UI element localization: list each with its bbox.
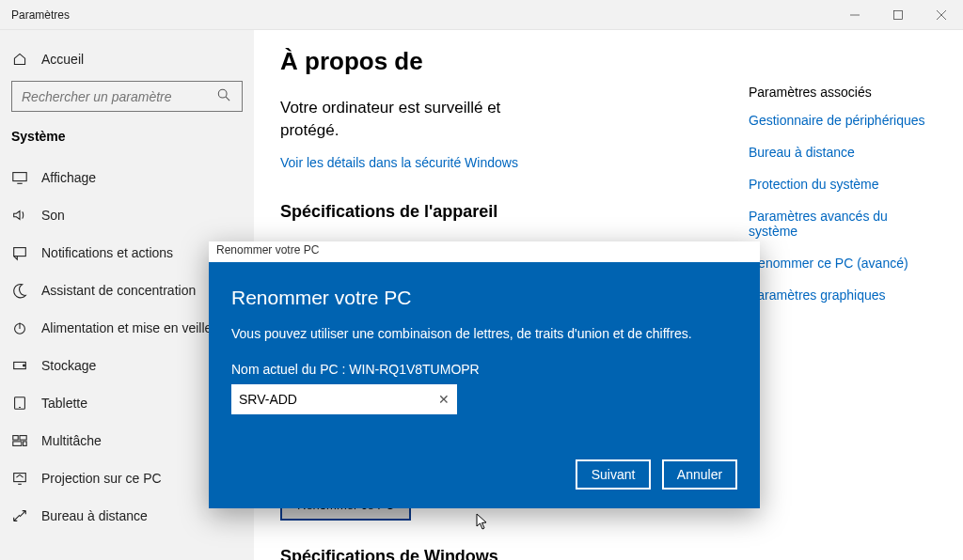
next-button[interactable]: Suivant xyxy=(576,459,651,490)
home-icon xyxy=(11,52,28,67)
maximize-button[interactable] xyxy=(876,0,920,30)
search-input[interactable] xyxy=(22,89,210,104)
related-heading: Paramètres associés xyxy=(749,85,937,100)
svg-rect-8 xyxy=(14,248,26,257)
project-icon xyxy=(11,470,28,487)
related-rename-advanced[interactable]: Renommer ce PC (avancé) xyxy=(749,256,937,271)
related-advanced-system[interactable]: Paramètres avancés du système xyxy=(749,209,937,239)
security-details-link[interactable]: Voir les détails dans la sécurité Window… xyxy=(280,155,518,170)
rename-pc-dialog: Renommer votre PC Renommer votre PC Vous… xyxy=(209,241,760,508)
nav-label: Stockage xyxy=(41,358,96,373)
nav-label: Tablette xyxy=(41,396,87,411)
notifications-icon xyxy=(11,244,28,261)
svg-rect-1 xyxy=(894,11,903,20)
home-label: Accueil xyxy=(41,52,84,67)
display-icon xyxy=(11,169,28,186)
minimize-button[interactable] xyxy=(833,0,876,30)
nav-affichage[interactable]: Affichage xyxy=(0,159,254,196)
svg-rect-17 xyxy=(13,442,22,446)
related-settings: Paramètres associés Gestionnaire de péri… xyxy=(749,85,937,319)
related-system-protect[interactable]: Protection du système xyxy=(749,177,937,192)
nav-label: Projection sur ce PC xyxy=(41,471,162,486)
sound-icon xyxy=(11,207,28,224)
related-device-manager[interactable]: Gestionnaire de périphériques xyxy=(749,113,937,128)
window-title: Paramètres xyxy=(11,8,70,22)
power-icon xyxy=(11,319,28,336)
dialog-description: Vous pouvez utiliser une combinaison de … xyxy=(231,326,737,341)
search-icon xyxy=(217,88,232,104)
svg-rect-18 xyxy=(24,442,27,446)
nav-label: Affichage xyxy=(41,170,96,185)
clear-input-icon[interactable]: ✕ xyxy=(438,392,450,407)
dialog-current-name: Nom actuel du PC : WIN-RQ1V8TUMOPR xyxy=(231,362,737,377)
close-button[interactable] xyxy=(920,0,963,30)
nav-label: Son xyxy=(41,208,65,223)
cancel-button[interactable]: Annuler xyxy=(662,459,737,490)
dialog-titlebar: Renommer votre PC xyxy=(209,241,760,262)
titlebar: Paramètres xyxy=(0,0,963,30)
home-nav[interactable]: Accueil xyxy=(0,41,254,77)
remote-icon xyxy=(11,507,28,524)
related-graphics[interactable]: Paramètres graphiques xyxy=(749,288,937,303)
category-heading: Système xyxy=(0,129,254,144)
page-title: À propos de xyxy=(280,47,937,76)
window-controls xyxy=(833,0,963,30)
search-box[interactable] xyxy=(11,81,243,112)
related-remote-desktop[interactable]: Bureau à distance xyxy=(749,145,937,160)
windows-spec-heading: Spécifications de Windows xyxy=(280,547,937,560)
svg-point-12 xyxy=(24,365,25,366)
nav-label: Alimentation et mise en veille xyxy=(41,320,212,335)
multitask-icon xyxy=(11,432,28,449)
svg-rect-15 xyxy=(13,436,18,441)
dialog-input-wrap: ✕ xyxy=(231,384,457,414)
storage-icon xyxy=(11,357,28,374)
svg-line-5 xyxy=(226,97,229,101)
tablet-icon xyxy=(11,395,28,412)
moon-icon xyxy=(11,282,28,299)
nav-label: Bureau à distance xyxy=(41,508,148,523)
svg-point-4 xyxy=(218,89,227,98)
nav-son[interactable]: Son xyxy=(0,196,254,234)
dialog-heading: Renommer votre PC xyxy=(231,287,737,309)
nav-label: Multitâche xyxy=(41,433,102,448)
nav-label: Notifications et actions xyxy=(41,245,173,260)
svg-rect-16 xyxy=(20,436,26,441)
svg-rect-6 xyxy=(13,173,26,181)
nav-label: Assistant de concentration xyxy=(41,283,196,298)
pc-name-input[interactable] xyxy=(239,392,438,407)
